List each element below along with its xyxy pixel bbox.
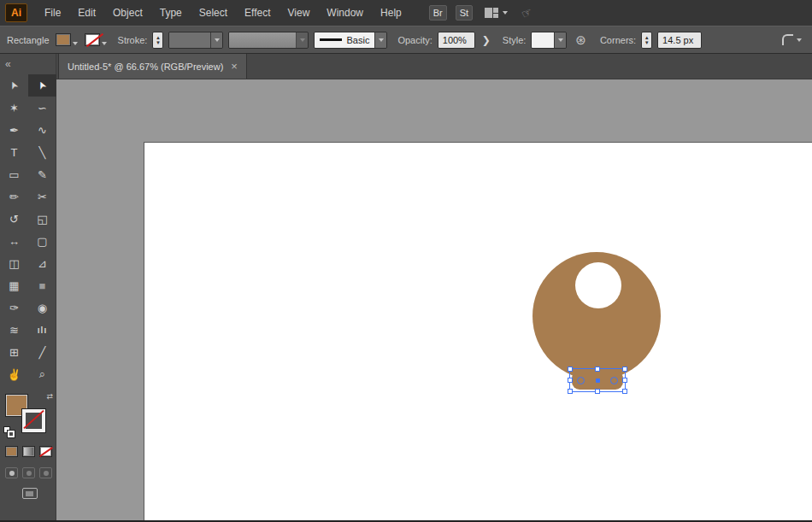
- workspace-switcher[interactable]: [485, 8, 508, 18]
- selection-tool-icon: ➤: [7, 79, 21, 91]
- selection-handle[interactable]: [622, 378, 627, 383]
- corner-icon: [782, 34, 793, 45]
- illustrator-window: Ai FileEditObjectTypeSelectEffectViewWin…: [0, 0, 812, 522]
- paintbrush-tool[interactable]: ✎: [28, 163, 56, 185]
- blend-tool-icon: ◉: [38, 302, 47, 314]
- symbol-sprayer-tool-icon: ≋: [9, 324, 19, 337]
- opacity-input[interactable]: 100%: [438, 32, 475, 49]
- document-tab[interactable]: Untitled-5* @ 66.67% (RGB/Preview) ×: [58, 54, 247, 79]
- corners-stepper[interactable]: ▲▼: [641, 32, 652, 49]
- selection-handle[interactable]: [568, 367, 573, 372]
- perspective-grid-tool[interactable]: ⊿: [28, 252, 56, 274]
- menu-file[interactable]: File: [36, 0, 69, 26]
- canvas-pasteboard[interactable]: [56, 79, 812, 520]
- width-profile-dropdown[interactable]: [228, 32, 309, 49]
- draw-behind-icon[interactable]: [22, 467, 35, 478]
- selection-handle[interactable]: [622, 389, 627, 394]
- lasso-tool[interactable]: ∽: [28, 97, 56, 119]
- slice-tool[interactable]: ╱: [28, 341, 56, 363]
- menu-object[interactable]: Object: [104, 0, 151, 26]
- free-transform-tool[interactable]: ▢: [28, 230, 56, 252]
- menu-window[interactable]: Window: [318, 0, 372, 26]
- stroke-color-control[interactable]: [84, 32, 108, 47]
- none-button[interactable]: [39, 446, 52, 457]
- magic-wand-tool-icon: ✶: [9, 102, 19, 114]
- close-icon[interactable]: ×: [231, 61, 238, 72]
- corner-widget[interactable]: [577, 377, 585, 384]
- stroke-indicator-none[interactable]: [22, 409, 45, 432]
- selection-handle[interactable]: [595, 367, 600, 372]
- selection-handle[interactable]: [595, 389, 600, 394]
- shape-builder-tool[interactable]: ◫: [0, 252, 28, 274]
- stroke-weight-stepper[interactable]: ▲▼: [152, 32, 163, 49]
- menu-select[interactable]: Select: [191, 0, 236, 26]
- mesh-tool[interactable]: ▦: [0, 274, 28, 296]
- blend-tool[interactable]: ◉: [28, 296, 56, 319]
- corner-options-control[interactable]: [782, 34, 805, 45]
- gradient-button[interactable]: [22, 446, 35, 457]
- recolor-artwork-icon[interactable]: ⊛: [575, 32, 586, 48]
- direct-selection-tool[interactable]: ➤: [28, 74, 56, 97]
- corners-input[interactable]: 14.5 px: [657, 32, 702, 49]
- pen-tool[interactable]: ✒: [0, 119, 28, 141]
- draw-normal-icon[interactable]: [5, 467, 18, 478]
- rotate-tool[interactable]: ↺: [0, 208, 28, 230]
- app-logo: Ai: [5, 3, 27, 22]
- line-segment-tool[interactable]: ╲: [28, 141, 56, 163]
- control-bar: Rectangle Stroke: ▲▼ Basic Opacity: 100%: [0, 26, 812, 54]
- center-point[interactable]: [596, 378, 600, 383]
- magic-wand-tool[interactable]: ✶: [0, 97, 28, 119]
- column-graph-tool[interactable]: ılı: [28, 319, 56, 341]
- drawing-modes-row: [5, 467, 52, 478]
- stock-button[interactable]: St: [456, 5, 473, 21]
- selection-tool[interactable]: ➤: [0, 74, 28, 97]
- menu-effect[interactable]: Effect: [236, 0, 279, 26]
- chevron-down-icon: [503, 11, 508, 15]
- menu-type[interactable]: Type: [151, 0, 191, 26]
- scissors-tool[interactable]: ✂: [28, 185, 56, 208]
- color-button[interactable]: [5, 446, 18, 457]
- touch-gesture-icon[interactable]: ☞: [519, 4, 534, 21]
- artboard-tool[interactable]: ⊞: [0, 341, 28, 363]
- opacity-panel-arrow[interactable]: ❯: [480, 34, 492, 46]
- fill-color-control[interactable]: [55, 32, 79, 47]
- stroke-label: Stroke:: [118, 35, 148, 45]
- stroke-swatch-none[interactable]: [85, 33, 100, 46]
- style-dropdown[interactable]: [531, 32, 567, 49]
- draw-inside-icon[interactable]: [39, 467, 52, 478]
- screen-mode-icon[interactable]: [22, 488, 38, 499]
- tools-collapse-button[interactable]: «: [0, 54, 56, 74]
- selection-type-label: Rectangle: [7, 35, 50, 45]
- white-circle-shape[interactable]: [575, 262, 621, 308]
- menu-edit[interactable]: Edit: [69, 0, 104, 26]
- tool-grid: ➤➤✶∽✒∿T╲▭✎✏✂↺◱↔▢◫⊿▦■✑◉≋ılı⊞╱✌⌕: [0, 74, 56, 385]
- workspace-icon: [485, 8, 499, 18]
- type-tool[interactable]: T: [0, 141, 28, 163]
- shaper-tool[interactable]: ✏: [0, 185, 28, 208]
- hand-tool[interactable]: ✌: [0, 363, 28, 385]
- bridge-button[interactable]: Br: [429, 5, 447, 21]
- eyedropper-tool[interactable]: ✑: [0, 296, 28, 319]
- brush-definition-dropdown[interactable]: Basic: [314, 32, 387, 49]
- corner-widget[interactable]: [610, 377, 618, 384]
- gradient-tool[interactable]: ■: [28, 274, 56, 296]
- selection-handle[interactable]: [622, 367, 627, 372]
- rectangle-tool[interactable]: ▭: [0, 163, 28, 185]
- zoom-tool[interactable]: ⌕: [28, 363, 56, 385]
- curvature-tool-icon: ∿: [38, 124, 47, 137]
- stroke-weight-dropdown[interactable]: [168, 32, 223, 49]
- selection-handle[interactable]: [568, 378, 573, 383]
- selection-handle[interactable]: [568, 389, 573, 394]
- menu-view[interactable]: View: [279, 0, 319, 26]
- fill-swatch[interactable]: [56, 33, 71, 46]
- default-fill-stroke-icon[interactable]: [3, 426, 15, 438]
- brush-style-label: Basic: [347, 35, 370, 45]
- menu-help[interactable]: Help: [372, 0, 410, 26]
- curvature-tool[interactable]: ∿: [28, 119, 56, 141]
- width-tool[interactable]: ↔: [0, 230, 28, 252]
- swap-fill-stroke-icon[interactable]: ⇄: [46, 392, 53, 401]
- artboard[interactable]: [144, 142, 812, 520]
- free-transform-tool-icon: ▢: [37, 235, 47, 248]
- symbol-sprayer-tool[interactable]: ≋: [0, 319, 28, 341]
- scale-tool[interactable]: ◱: [28, 208, 56, 230]
